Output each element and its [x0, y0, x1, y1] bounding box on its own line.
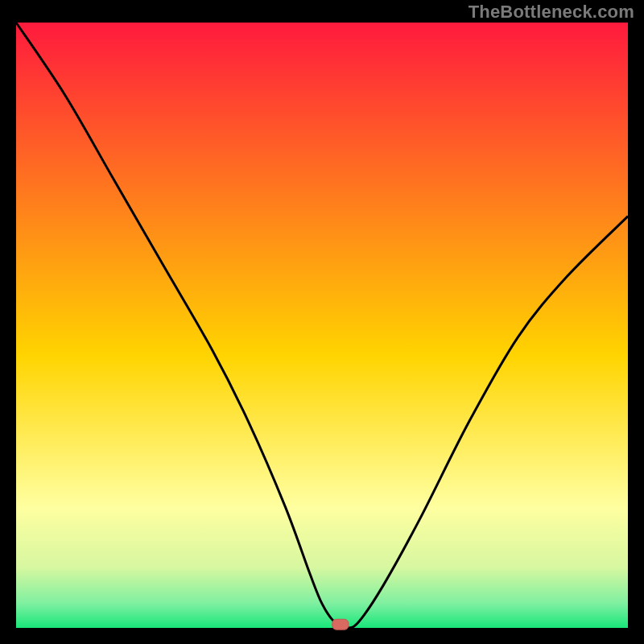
- plot-background: [16, 23, 628, 628]
- bottleneck-chart: [0, 0, 644, 644]
- chart-frame: { "watermark": "TheBottleneck.com", "col…: [0, 0, 644, 644]
- watermark-text: TheBottleneck.com: [469, 2, 634, 23]
- optimal-marker: [332, 619, 349, 630]
